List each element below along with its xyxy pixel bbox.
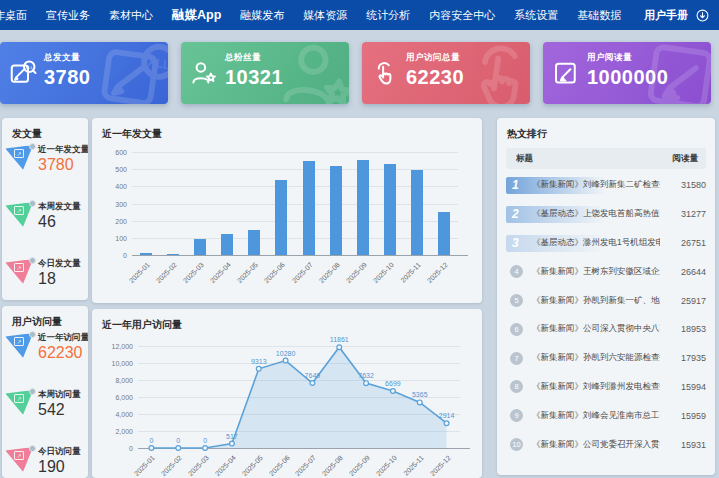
triangle-stat-icon: ↗ bbox=[6, 391, 34, 415]
article-title[interactable]: 《新集新闻》王树东到安徽区域企业调研 bbox=[532, 266, 660, 278]
article-title[interactable]: 《基层动态》上饶发电首船高热值动力... bbox=[532, 208, 660, 220]
data-point-2025-04[interactable] bbox=[230, 441, 235, 446]
bar-chart-plot[interactable]: 01002003004005006002025-012025-022025-03… bbox=[132, 152, 458, 255]
left-stat-value: 46 bbox=[38, 213, 56, 231]
data-point-2025-02[interactable] bbox=[176, 446, 181, 451]
table-row[interactable]: 7《新集新闻》孙凯到六安能源检查指导...17935 bbox=[506, 344, 706, 373]
table-row[interactable]: 10《新集新闻》公司党委召开深入贯彻中...15931 bbox=[506, 430, 706, 459]
article-title[interactable]: 《新集新闻》公司深入贯彻中央八项规... bbox=[532, 323, 660, 335]
column-title: 标题 bbox=[516, 153, 533, 165]
bar-2025-04[interactable] bbox=[221, 234, 233, 255]
data-point-2025-11[interactable] bbox=[417, 400, 422, 405]
stat-card-总发文量[interactable]: ALL总发文量3780ALL bbox=[0, 42, 168, 104]
nav-item-宣传业务[interactable]: 宣传业务 bbox=[46, 8, 90, 23]
article-title[interactable]: 《基层动态》滁州发电1号机组发电机... bbox=[532, 237, 660, 249]
nav-item-内容安全中心[interactable]: 内容安全中心 bbox=[429, 8, 495, 23]
data-point-2025-05[interactable] bbox=[256, 366, 261, 371]
stat-card-用户访问总量[interactable]: 用户访问总量62230 bbox=[362, 42, 530, 104]
article-title[interactable]: 《新集新闻》孙凯到六安能源检查指导... bbox=[532, 352, 660, 364]
data-point-2025-08[interactable] bbox=[337, 345, 342, 350]
user-manual-link[interactable]: 用户手册 bbox=[644, 8, 688, 23]
left-stat-label: 近一年访问量 bbox=[38, 332, 88, 344]
nav-item-融媒发布[interactable]: 融媒发布 bbox=[240, 8, 284, 23]
data-point-2025-09[interactable] bbox=[364, 381, 369, 386]
rank-badge: 8 bbox=[510, 380, 523, 393]
article-reads: 15931 bbox=[681, 440, 706, 450]
data-point-2025-07[interactable] bbox=[310, 381, 315, 386]
y-axis-tick: 8,000 bbox=[115, 377, 133, 384]
click-icon-watermark bbox=[452, 42, 530, 104]
stat-card-用户阅读量[interactable]: 用户阅读量1000000 bbox=[543, 42, 711, 104]
top-nav-bar: 作桌面宣传业务素材中心融媒App融媒发布媒体资源统计分析内容安全中心系统设置基础… bbox=[0, 0, 719, 30]
bar-2025-06[interactable] bbox=[275, 180, 287, 255]
data-point-2025-12[interactable] bbox=[444, 421, 449, 426]
table-row[interactable]: 4《新集新闻》王树东到安徽区域企业调研26644 bbox=[506, 257, 706, 286]
data-point-label: 0 bbox=[203, 437, 207, 444]
article-reads: 15994 bbox=[681, 382, 706, 392]
table-row[interactable]: 9《新集新闻》刘峰会见淮南市总工会党...15959 bbox=[506, 401, 706, 430]
fans-icon bbox=[189, 58, 219, 88]
line-series bbox=[138, 346, 460, 452]
bar-2025-05[interactable] bbox=[248, 230, 260, 255]
bar-2025-02[interactable] bbox=[167, 254, 179, 255]
bar-2025-01[interactable] bbox=[140, 253, 152, 255]
nav-item-素材中心[interactable]: 素材中心 bbox=[109, 8, 153, 23]
stat-card-总粉丝量[interactable]: 总粉丝量10321 bbox=[181, 42, 349, 104]
article-title[interactable]: 《新集新闻》刘峰会见淮南市总工会党... bbox=[532, 410, 660, 422]
data-point-2025-03[interactable] bbox=[203, 446, 208, 451]
yearly-visits-line-chart-panel: 近一年用户访问量 02,0004,0006,0008,00010,00012,0… bbox=[92, 309, 482, 478]
gridline bbox=[132, 186, 458, 187]
hot-articles-panel: 热文排行 标题 阅读量 1《新集新闻》刘峰到新集二矿检查指导...315802《… bbox=[497, 118, 715, 475]
fans-icon-watermark bbox=[271, 42, 349, 104]
bar-2025-08[interactable] bbox=[330, 166, 342, 255]
line-chart-plot[interactable]: 02,0004,0006,0008,00010,00012,0002025-01… bbox=[138, 346, 460, 448]
article-title[interactable]: 《新集新闻》刘峰到新集二矿检查指导... bbox=[532, 179, 660, 191]
read-icon bbox=[551, 58, 581, 88]
table-row[interactable]: 2《基层动态》上饶发电首船高热值动力...31277 bbox=[506, 200, 706, 229]
column-reads: 阅读量 bbox=[673, 153, 699, 165]
svg-text:ALL: ALL bbox=[147, 55, 168, 72]
rank-badge: 9 bbox=[510, 409, 523, 422]
bar-2025-03[interactable] bbox=[194, 239, 206, 255]
bar-2025-12[interactable] bbox=[438, 212, 450, 255]
read-icon-watermark bbox=[633, 42, 711, 104]
article-title[interactable]: 《新集新闻》公司党委召开深入贯彻中... bbox=[532, 439, 660, 451]
bar-2025-11[interactable] bbox=[411, 170, 423, 255]
left-stat-value: 190 bbox=[38, 458, 65, 476]
table-row[interactable]: 1《新集新闻》刘峰到新集二矿检查指导...31580 bbox=[506, 171, 706, 200]
gridline bbox=[132, 238, 458, 239]
rank-badge: 7 bbox=[510, 352, 523, 365]
bar-2025-10[interactable] bbox=[384, 164, 396, 255]
bar-2025-07[interactable] bbox=[303, 161, 315, 255]
bar-2025-09[interactable] bbox=[357, 160, 369, 255]
data-point-2025-10[interactable] bbox=[391, 389, 396, 394]
table-row[interactable]: 8《新集新闻》刘峰到滁州发电检查指导...15994 bbox=[506, 373, 706, 402]
y-axis-tick: 400 bbox=[115, 183, 127, 190]
data-point-2025-06[interactable] bbox=[283, 358, 288, 363]
left-stat-本周访问量: ↗本周访问量542 bbox=[6, 389, 86, 437]
left-stat-本周发文量: ↗本周发文量46 bbox=[6, 201, 86, 249]
article-title[interactable]: 《新集新闻》孙凯到新集一矿、地勘公... bbox=[532, 295, 660, 307]
left-stat-今日发文量: ↗今日发文量18 bbox=[6, 258, 86, 300]
article-reads: 15959 bbox=[681, 411, 706, 421]
nav-item-系统设置[interactable]: 系统设置 bbox=[514, 8, 558, 23]
download-circle-icon[interactable] bbox=[696, 9, 709, 22]
nav-item-基础数据[interactable]: 基础数据 bbox=[577, 8, 621, 23]
hot-articles-title: 热文排行 bbox=[507, 127, 547, 141]
data-point-2025-01[interactable] bbox=[149, 446, 154, 451]
triangle-stat-icon: ↗ bbox=[6, 448, 34, 472]
table-row[interactable]: 6《新集新闻》公司深入贯彻中央八项规...18953 bbox=[506, 315, 706, 344]
stat-cards-row: ALL总发文量3780ALL总粉丝量10321用户访问总量62230用户阅读量1… bbox=[0, 42, 719, 104]
rank-badge: 6 bbox=[510, 323, 523, 336]
nav-item-融媒App[interactable]: 融媒App bbox=[172, 7, 221, 24]
table-row[interactable]: 3《基层动态》滁州发电1号机组发电机...26751 bbox=[506, 229, 706, 258]
gridline bbox=[132, 204, 458, 205]
nav-item-作桌面[interactable]: 作桌面 bbox=[0, 8, 27, 23]
post-count-panel: 发文量 ↗近一年发文量3780↗本周发文量46↗今日发文量18 bbox=[2, 118, 88, 300]
y-axis-tick: 0 bbox=[129, 445, 133, 452]
nav-item-媒体资源[interactable]: 媒体资源 bbox=[303, 8, 347, 23]
nav-item-统计分析[interactable]: 统计分析 bbox=[366, 8, 410, 23]
article-title[interactable]: 《新集新闻》刘峰到滁州发电检查指导... bbox=[532, 381, 660, 393]
rank-number: 2 bbox=[512, 207, 519, 221]
table-row[interactable]: 5《新集新闻》孙凯到新集一矿、地勘公...25917 bbox=[506, 286, 706, 315]
